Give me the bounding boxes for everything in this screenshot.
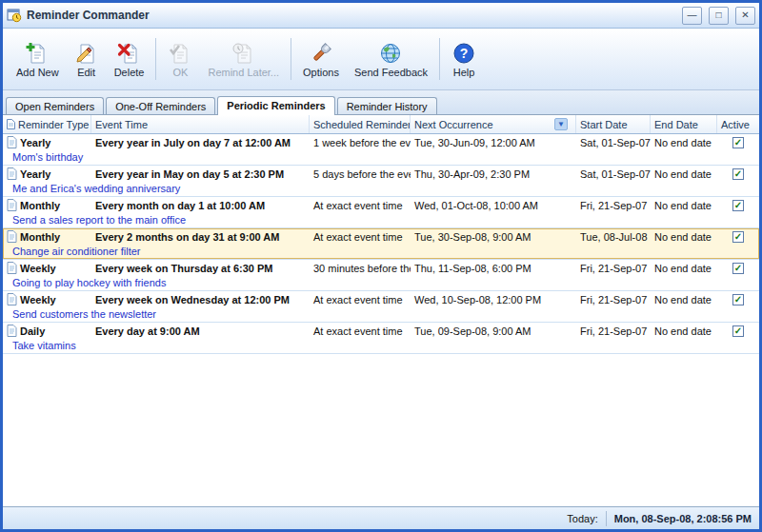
delete-button[interactable]: Delete	[107, 37, 152, 81]
start-date-cell: Fri, 21-Sep-07	[576, 294, 651, 305]
row-main: YearlyEvery year in July on day 7 at 12:…	[3, 134, 759, 150]
column-header-reminder-type[interactable]: Reminder Type	[3, 115, 91, 133]
reminder-type-cell: Weekly	[3, 262, 91, 274]
today-label: Today:	[567, 513, 597, 524]
start-date-cell: Fri, 21-Sep-07	[576, 200, 651, 211]
start-date-cell: Tue, 08-Jul-08	[576, 231, 651, 243]
reminder-description: Mom's birthday	[3, 150, 759, 165]
start-date-cell: Sat, 01-Sep-07	[576, 137, 651, 148]
options-label: Options	[303, 67, 339, 78]
reminder-doc-icon	[7, 136, 17, 148]
help-button[interactable]: ? Help	[444, 37, 484, 81]
active-cell: ✓	[717, 294, 759, 305]
start-date-cell: Sat, 01-Sep-07	[576, 168, 651, 180]
table-row[interactable]: YearlyEvery year in July on day 7 at 12:…	[3, 134, 759, 166]
start-date-cell: Fri, 21-Sep-07	[576, 325, 651, 337]
add-new-label: Add New	[16, 67, 59, 78]
send-feedback-button[interactable]: Send Feedback	[347, 37, 435, 81]
options-button[interactable]: Options	[295, 37, 347, 81]
table-body: YearlyEvery year in July on day 7 at 12:…	[3, 134, 759, 506]
table-row[interactable]: MonthlyEvery 2 months on day 31 at 9:00 …	[3, 228, 759, 260]
end-date-cell: No end date	[651, 231, 717, 243]
tab-label: Reminder History	[347, 101, 428, 112]
app-icon[interactable]	[7, 8, 22, 23]
active-checkbox[interactable]: ✓	[732, 137, 744, 148]
tab-open-reminders[interactable]: Open Reminders	[6, 97, 104, 114]
edit-button[interactable]: Edit	[67, 37, 107, 81]
reminder-type-cell: Yearly	[3, 167, 91, 180]
active-cell: ✓	[717, 137, 759, 148]
table-row[interactable]: WeeklyEvery week on Wednesday at 12:00 P…	[3, 291, 759, 323]
table-row[interactable]: MonthlyEvery month on day 1 at 10:00 AMA…	[3, 197, 759, 228]
next-occurrence-cell: Tue, 09-Sep-08, 9:00 AM	[411, 325, 576, 337]
next-occurrence-cell: Thu, 30-Apr-09, 2:30 PM	[411, 168, 576, 180]
active-checkbox[interactable]: ✓	[732, 325, 744, 337]
options-icon	[309, 41, 333, 66]
scheduled-reminder-cell: 5 days before the event	[310, 168, 411, 180]
scheduled-reminder-cell: 1 week before the event	[310, 137, 411, 148]
column-header-active[interactable]: Active	[717, 115, 759, 133]
send-feedback-icon	[378, 41, 403, 66]
add-new-button[interactable]: Add New	[9, 37, 67, 81]
column-header-label: Scheduled Reminder	[313, 119, 411, 130]
column-header-event-time[interactable]: Event Time	[91, 115, 310, 133]
reminder-doc-icon	[7, 325, 17, 337]
active-checkbox[interactable]: ✓	[732, 263, 744, 274]
column-header-start-date[interactable]: Start Date	[576, 115, 651, 133]
scheduled-reminder-cell: At exact event time	[310, 325, 411, 337]
close-icon: ✕	[741, 10, 749, 20]
reminder-doc-icon	[7, 167, 17, 180]
active-checkbox[interactable]: ✓	[732, 294, 744, 305]
table-row[interactable]: WeeklyEvery week on Thursday at 6:30 PM3…	[3, 260, 759, 291]
tab-one-off-reminders[interactable]: One-Off Reminders	[106, 97, 215, 114]
add-icon	[25, 41, 50, 66]
delete-icon	[117, 41, 142, 66]
row-main: WeeklyEvery week on Thursday at 6:30 PM3…	[3, 260, 759, 276]
minimize-button[interactable]: —	[682, 7, 702, 25]
tab-label: Periodic Reminders	[227, 100, 325, 111]
minimize-icon: —	[688, 10, 697, 20]
event-time-cell: Every month on day 1 at 10:00 AM	[91, 200, 310, 211]
reminder-type-cell: Monthly	[3, 199, 91, 211]
app-window: Reminder Commander — □ ✕ Add New	[0, 0, 762, 532]
maximize-button[interactable]: □	[709, 7, 729, 25]
svg-text:?: ?	[460, 46, 469, 61]
end-date-cell: No end date	[651, 168, 717, 180]
active-checkbox[interactable]: ✓	[732, 168, 744, 180]
event-time-cell: Every year in May on day 5 at 2:30 PM	[91, 168, 310, 180]
reminder-type: Daily	[20, 325, 45, 337]
column-header-end-date[interactable]: End Date	[651, 115, 717, 133]
tab-bar: Open Reminders One-Off Reminders Periodi…	[3, 90, 759, 115]
help-icon: ?	[451, 41, 476, 66]
close-button[interactable]: ✕	[735, 7, 755, 25]
reminder-type-cell: Daily	[3, 325, 91, 337]
active-checkbox[interactable]: ✓	[732, 200, 744, 211]
reminder-type-header-icon	[7, 119, 15, 129]
reminder-type: Yearly	[20, 137, 50, 148]
next-occurrence-cell: Wed, 10-Sep-08, 12:00 PM	[411, 294, 576, 305]
end-date-cell: No end date	[651, 137, 717, 148]
ok-label: OK	[172, 67, 188, 78]
ok-button: OK	[160, 37, 200, 81]
tab-periodic-reminders[interactable]: Periodic Reminders	[217, 96, 334, 115]
next-occurrence-cell: Thu, 11-Sep-08, 6:00 PM	[411, 263, 576, 274]
edit-label: Edit	[77, 67, 95, 78]
reminder-doc-icon	[7, 262, 17, 274]
tab-reminder-history[interactable]: Reminder History	[337, 97, 437, 114]
tab-label: One-Off Reminders	[115, 101, 206, 112]
active-cell: ✓	[717, 263, 759, 274]
sort-descending-icon: ▼	[554, 118, 568, 130]
column-header-next-occurrence[interactable]: Next Occurrence ▼	[411, 115, 576, 133]
titlebar[interactable]: Reminder Commander — □ ✕	[3, 3, 759, 29]
table-row[interactable]: YearlyEvery year in May on day 5 at 2:30…	[3, 166, 759, 197]
reminder-type-cell: Weekly	[3, 293, 91, 305]
active-cell: ✓	[717, 325, 759, 337]
active-checkbox[interactable]: ✓	[732, 231, 744, 243]
next-occurrence-cell: Wed, 01-Oct-08, 10:00 AM	[411, 200, 576, 211]
table-row[interactable]: DailyEvery day at 9:00 AMAt exact event …	[3, 323, 759, 354]
reminder-doc-icon	[7, 293, 17, 305]
reminder-type: Monthly	[20, 231, 60, 243]
column-header-label: Next Occurrence	[414, 119, 493, 130]
edit-icon	[74, 41, 99, 66]
column-header-scheduled-reminder[interactable]: Scheduled Reminder	[310, 115, 411, 133]
